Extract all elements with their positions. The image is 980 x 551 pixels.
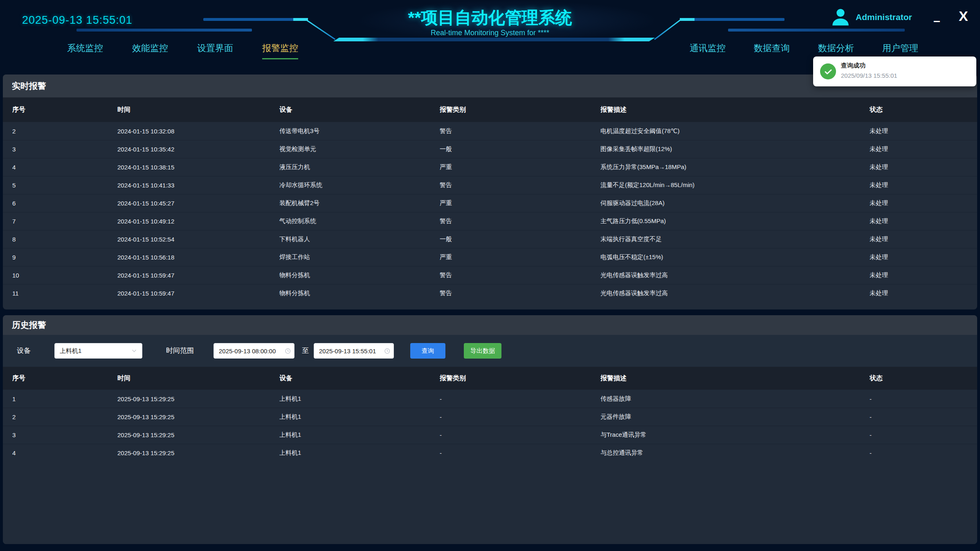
table-cell: 2024-01-15 10:49:12 [117,218,279,225]
history-table-body: 12025-09-13 15:29:25上料机1-传感器故障-22025-09-… [3,390,977,462]
table-cell: 电机温度超过安全阈值(78℃) [600,127,870,135]
section-title-history: 历史报警 [3,315,977,335]
table-cell: 4 [12,449,117,456]
table-row: 32024-01-15 10:35:42视觉检测单元一般图像采集丢帧率超限(12… [3,140,977,158]
table-row: 42025-09-13 15:29:25上料机1-与总控通讯异常- [3,444,977,462]
column-header: 序号 [12,106,117,114]
column-header: 时间 [117,106,279,114]
table-cell: 一般 [440,145,600,153]
table-cell: 上料机1 [279,413,440,421]
table-cell: 2024-01-15 10:56:18 [117,254,279,261]
table-cell: 警告 [440,271,600,279]
end-time-value[interactable] [315,348,384,355]
minimize-button[interactable]: – [933,15,940,27]
table-cell: - [440,431,600,438]
table-row: 42024-01-15 10:38:15液压压力机严重系统压力异常(35MPa→… [3,158,977,176]
nav-right: 通讯监控 数据查询 数据分析 用户管理 [690,42,918,58]
table-cell: 末端执行器真空度不足 [600,235,870,243]
table-cell: 2024-01-15 10:45:27 [117,200,279,207]
history-filter-bar: 设备 上料机1 时间范围 至 [3,335,977,367]
tab-data-query[interactable]: 数据查询 [754,42,790,58]
export-data-button[interactable]: 导出数据 [464,343,501,359]
table-cell: 2025-09-13 15:29:25 [117,413,279,420]
query-button[interactable]: 查询 [410,343,445,359]
column-header: 设备 [279,374,440,383]
username-label: Administrator [856,12,912,22]
table-cell: 图像采集丢帧率超限(12%) [600,145,870,153]
column-header: 设备 [279,106,440,114]
table-cell: - [440,449,600,456]
end-time-input[interactable] [314,343,394,359]
column-header: 报警类别 [440,106,600,114]
table-cell: 光电传感器误触发率过高 [600,271,870,279]
toast-timestamp: 2025/09/13 15:55:01 [841,72,897,79]
table-cell: - [870,395,977,402]
tab-user-management[interactable]: 用户管理 [882,42,918,58]
column-header: 时间 [117,374,279,383]
history-table-header: 序号时间设备报警类别报警描述状态 [3,367,977,390]
table-cell: 液压压力机 [279,163,440,171]
clock-icon [384,348,390,355]
device-select[interactable]: 上料机1 [54,343,142,359]
nav-left: 系统监控 效能监控 设置界面 报警监控 [67,42,298,59]
table-cell: 视觉检测单元 [279,145,440,153]
table-row: 32025-09-13 15:29:25上料机1-与Trace通讯异常- [3,426,977,444]
chevron-down-icon [130,347,138,355]
table-cell: - [870,413,977,420]
table-cell: 流量不足(额定120L/min→85L/min) [600,181,870,189]
toast-title: 查询成功 [841,62,865,70]
table-cell: 2 [12,413,117,420]
table-cell: 严重 [440,163,600,171]
table-cell: 8 [12,236,117,243]
tab-data-analysis[interactable]: 数据分析 [818,42,854,58]
table-cell: 未处理 [870,127,977,135]
table-cell: 未处理 [870,163,977,171]
table-cell: 2025-09-13 15:29:25 [117,431,279,438]
column-header: 报警描述 [600,106,870,114]
table-cell: 严重 [440,199,600,207]
decor-line [76,29,252,32]
table-cell: 2024-01-15 10:52:54 [117,236,279,243]
table-cell: 一般 [440,235,600,243]
to-label: 至 [302,335,309,367]
tab-settings[interactable]: 设置界面 [197,42,233,59]
decor-line [728,29,905,32]
table-cell: 未处理 [870,271,977,279]
column-header: 报警描述 [600,374,870,383]
table-cell: 警告 [440,181,600,189]
table-cell: 系统压力异常(35MPa→18MPa) [600,163,870,171]
tab-system-monitor[interactable]: 系统监控 [67,42,103,59]
table-cell: 2 [12,128,117,135]
table-cell: 气动控制系统 [279,217,440,225]
decor-line [203,18,308,21]
table-cell: 严重 [440,253,600,261]
table-cell: 9 [12,254,117,261]
table-cell: 未处理 [870,253,977,261]
start-time-input[interactable] [214,343,294,359]
table-cell: 物料分拣机 [279,271,440,279]
table-cell: 2024-01-15 10:59:47 [117,272,279,279]
table-cell: 2024-01-15 10:59:47 [117,290,279,297]
device-select-value: 上料机1 [60,347,130,355]
close-button[interactable]: X [959,9,968,23]
tab-alarm-monitor[interactable]: 报警监控 [262,42,298,59]
table-cell: 10 [12,272,117,279]
table-cell: 冷却水循环系统 [279,181,440,189]
table-row: 82024-01-15 10:52:54下料机器人一般末端执行器真空度不足未处理 [3,230,977,248]
history-table-empty-area [3,462,977,544]
table-cell: 2024-01-15 10:32:08 [117,128,279,135]
start-time-value[interactable] [215,348,285,355]
table-cell: - [440,413,600,420]
tab-efficiency-monitor[interactable]: 效能监控 [132,42,168,59]
table-cell: 未处理 [870,145,977,153]
time-range-label: 时间范围 [166,335,194,367]
realtime-table-body: 22024-01-15 10:32:08传送带电机3号警告电机温度超过安全阈值(… [3,122,977,302]
table-cell: 主气路压力低(0.55MPa) [600,217,870,225]
table-cell: 6 [12,200,117,207]
table-cell: 2024-01-15 10:35:42 [117,146,279,153]
table-cell: 传感器故障 [600,395,870,403]
table-cell: 4 [12,164,117,171]
tab-comm-monitor[interactable]: 通讯监控 [690,42,726,58]
decor-line [680,18,784,21]
history-alarm-panel: 历史报警 设备 上料机1 时间范围 至 [3,315,977,544]
